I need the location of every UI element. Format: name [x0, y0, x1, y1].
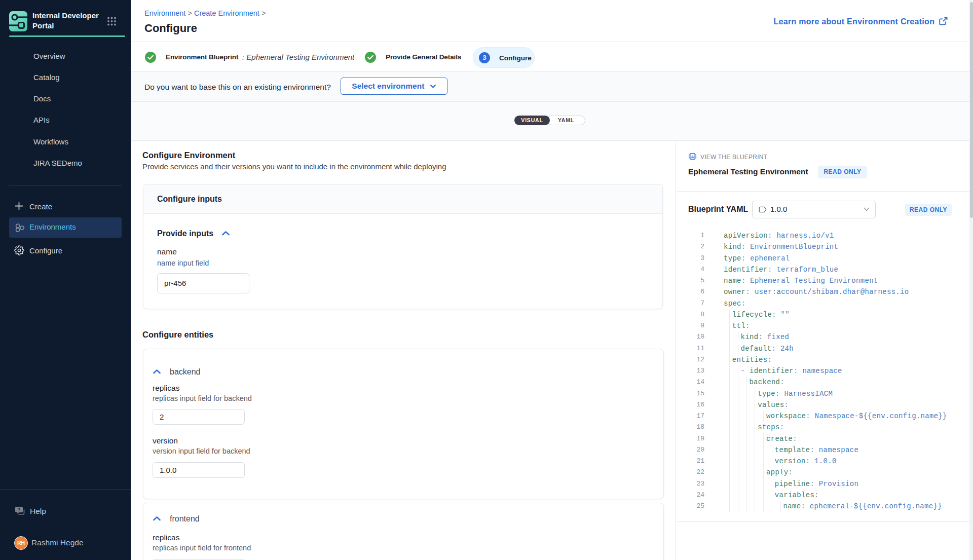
svg-text:?: ?: [18, 507, 21, 512]
svg-text:A: A: [691, 155, 694, 159]
